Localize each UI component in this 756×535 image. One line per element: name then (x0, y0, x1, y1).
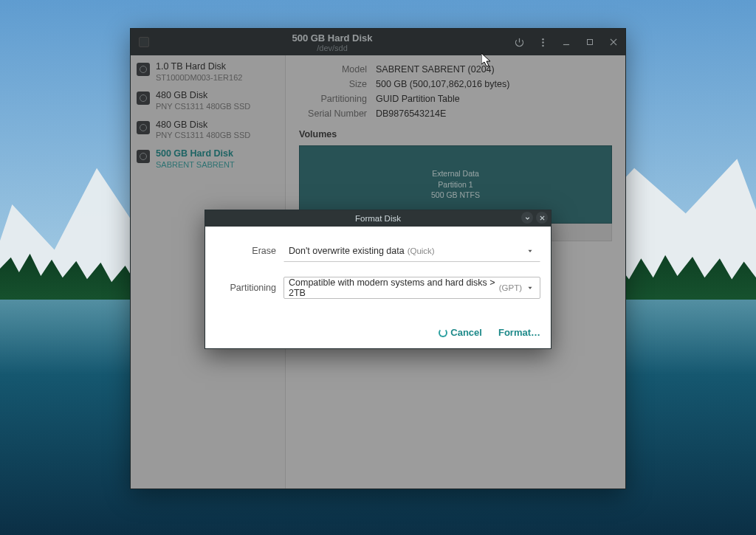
cancel-label: Cancel (450, 327, 482, 338)
svg-point-2 (542, 44, 544, 46)
volume-fs: 500 GB NTFS (431, 190, 480, 201)
device-item[interactable]: 480 GB Disk PNY CS1311 480GB SSD (131, 117, 285, 145)
device-name: 480 GB Disk (156, 120, 250, 131)
erase-hint: (Quick) (408, 246, 435, 255)
partitioning-label: Partitioning (216, 283, 276, 293)
dialog-titlebar[interactable]: Format Disk (205, 210, 551, 227)
label-partitioning: Partitioning (299, 94, 367, 104)
svg-point-0 (542, 38, 544, 40)
device-item[interactable]: 480 GB Disk PNY CS1311 480GB SSD (131, 87, 285, 116)
device-item-selected[interactable]: 500 GB Hard Disk SABRENT SABRENT (131, 145, 285, 174)
svg-marker-10 (529, 287, 532, 289)
menu-button[interactable] (531, 29, 554, 55)
format-disk-dialog: Format Disk Erase Don't overwrite existi… (205, 210, 551, 349)
harddisk-icon (137, 92, 150, 105)
minimize-button[interactable] (554, 29, 578, 55)
titlebar[interactable]: 500 GB Hard Disk /dev/sdd (131, 29, 625, 55)
cancel-button[interactable]: Cancel (439, 327, 482, 338)
harddisk-icon (137, 121, 150, 134)
partitioning-hint: (GPT) (499, 283, 522, 292)
window-title: 500 GB Hard Disk (157, 32, 507, 44)
svg-marker-9 (529, 250, 532, 252)
harddisk-icon (137, 63, 150, 76)
device-name: 480 GB Disk (156, 90, 250, 102)
svg-point-1 (542, 41, 544, 44)
format-label: Format… (498, 327, 540, 338)
value-model: SABRENT SABRENT (0204) (376, 64, 615, 75)
spinner-icon (439, 328, 447, 337)
dialog-title: Format Disk (355, 214, 401, 223)
dialog-collapse-button[interactable] (521, 212, 533, 224)
value-size: 500 GB (500,107,862,016 bytes) (376, 79, 615, 89)
drive-icon (139, 37, 149, 47)
format-button[interactable]: Format… (498, 327, 540, 338)
value-serial: DB9876543214E (376, 108, 615, 119)
window-subtitle: /dev/sdd (157, 44, 507, 52)
value-partitioning: GUID Partition Table (376, 94, 615, 104)
erase-value: Don't overwrite existing data (289, 246, 405, 256)
label-model: Model (299, 64, 367, 75)
close-button[interactable] (602, 29, 625, 55)
device-model: PNY CS1311 480GB SSD (156, 131, 250, 141)
device-model: SABRENT SABRENT (156, 160, 235, 170)
chevron-down-icon (526, 247, 534, 255)
power-button[interactable] (507, 29, 531, 55)
volume-partition: Partition 1 (431, 179, 480, 190)
svg-rect-4 (588, 40, 593, 45)
volumes-heading: Volumes (299, 129, 615, 139)
partitioning-value: Compatible with modern systems and hard … (289, 277, 496, 298)
device-item[interactable]: 1.0 TB Hard Disk ST1000DM003-1ER162 (131, 58, 285, 87)
device-model: PNY CS1311 480GB SSD (156, 102, 250, 112)
label-serial: Serial Number (299, 108, 367, 119)
dialog-close-button[interactable] (536, 212, 548, 224)
partitioning-combobox[interactable]: Compatible with modern systems and hard … (284, 277, 540, 299)
erase-label: Erase (216, 246, 276, 256)
harddisk-icon (137, 150, 150, 163)
volume-name: External Data (431, 168, 480, 179)
device-name: 500 GB Hard Disk (156, 148, 235, 160)
device-model: ST1000DM003-1ER162 (156, 73, 242, 83)
chevron-down-icon (526, 284, 534, 291)
maximize-button[interactable] (578, 29, 602, 55)
label-size: Size (299, 79, 367, 89)
device-name: 1.0 TB Hard Disk (156, 61, 242, 73)
erase-combobox[interactable]: Don't overwrite existing data (Quick) (284, 240, 540, 262)
